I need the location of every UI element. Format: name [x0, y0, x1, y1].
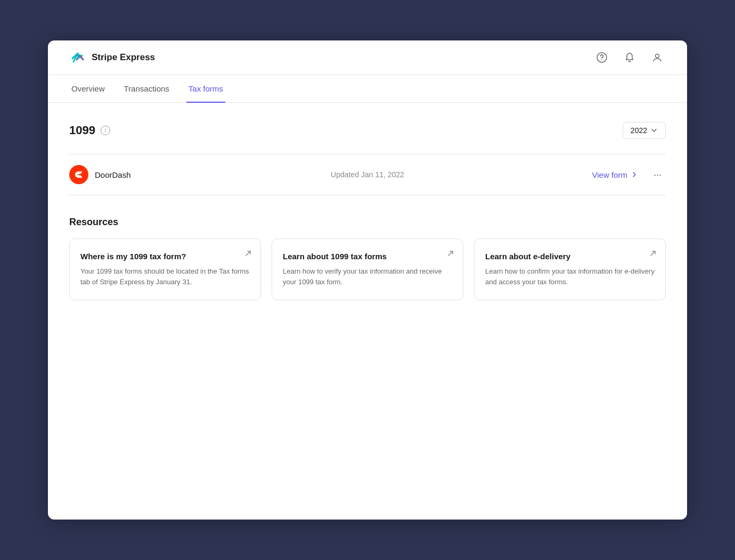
help-icon: [597, 52, 607, 63]
view-form-label: View form: [592, 170, 627, 179]
resources-title: Resources: [69, 217, 666, 228]
help-button[interactable]: [593, 49, 610, 66]
main-content: 1099 i 2022 DoorDash Updated: [48, 103, 687, 319]
bell-icon: [624, 52, 635, 63]
resource-card-title-3: Learn about e-delivery: [485, 252, 655, 261]
header: Stripe Express: [48, 40, 687, 75]
user-icon: [652, 52, 663, 63]
external-link-icon-1: [244, 250, 252, 259]
resource-card-desc-3: Learn how to confirm your tax informatio…: [485, 266, 655, 287]
info-icon[interactable]: i: [101, 126, 110, 135]
chevron-down-icon: [650, 127, 658, 134]
updated-text: Updated Jan 11, 2022: [268, 170, 467, 179]
account-button[interactable]: [649, 49, 666, 66]
main-window: Stripe Express: [48, 40, 687, 520]
resource-card-title-1: Where is my 1099 tax form?: [80, 252, 250, 261]
header-icons: [593, 49, 666, 66]
svg-point-2: [656, 54, 659, 58]
more-options-button[interactable]: ···: [649, 167, 666, 183]
resource-card-2[interactable]: Learn about 1099 tax forms Learn how to …: [272, 238, 463, 300]
nav-tax-forms[interactable]: Tax forms: [186, 76, 225, 103]
doordash-icon: [73, 169, 85, 180]
chevron-right-icon: [630, 170, 639, 179]
logo-area: Stripe Express: [69, 49, 155, 66]
form-actions: View form ···: [467, 167, 666, 183]
stripe-logo-icon: [69, 49, 86, 66]
resources-grid: Where is my 1099 tax form? Your 1099 tax…: [69, 238, 666, 300]
company-info: DoorDash: [69, 165, 268, 184]
nav-overview[interactable]: Overview: [69, 76, 107, 103]
title-row: 1099 i 2022: [69, 122, 666, 139]
page-title: 1099: [69, 123, 95, 137]
svg-point-1: [601, 59, 602, 60]
company-name: DoorDash: [95, 170, 131, 179]
resource-card-title-2: Learn about 1099 tax forms: [283, 252, 452, 261]
nav: Overview Transactions Tax forms: [48, 75, 687, 103]
view-form-button[interactable]: View form: [592, 170, 639, 179]
year-dropdown[interactable]: 2022: [623, 122, 666, 139]
more-icon: ···: [654, 169, 662, 180]
resource-card-1[interactable]: Where is my 1099 tax form? Your 1099 tax…: [69, 238, 261, 300]
resource-card-3[interactable]: Learn about e-delivery Learn how to conf…: [474, 238, 666, 300]
nav-transactions[interactable]: Transactions: [122, 76, 172, 103]
doordash-logo: [69, 165, 88, 184]
external-link-icon-2: [447, 250, 454, 259]
resource-card-desc-2: Learn how to verify your tax information…: [283, 266, 452, 287]
form-row: DoorDash Updated Jan 11, 2022 View form …: [69, 154, 666, 195]
resource-card-desc-1: Your 1099 tax forms should be located in…: [80, 266, 250, 287]
year-label: 2022: [631, 126, 647, 135]
title-left: 1099 i: [69, 123, 110, 137]
external-link-icon-3: [649, 250, 657, 259]
resources-section: Resources Where is my 1099 tax form? You…: [69, 217, 666, 300]
app-name: Stripe Express: [92, 52, 155, 63]
notifications-button[interactable]: [621, 49, 638, 66]
